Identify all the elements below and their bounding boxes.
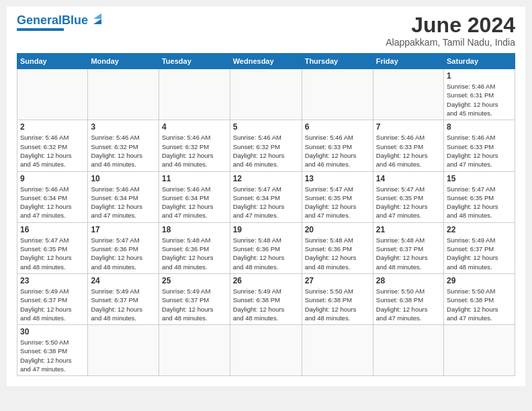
day-number: 15 — [447, 174, 512, 183]
cell-2-6: 15Sunrise: 5:47 AMSunset: 6:35 PMDayligh… — [444, 171, 515, 222]
header-row: Sunday Monday Tuesday Wednesday Thursday… — [17, 54, 515, 69]
day-info: Sunrise: 5:48 AMSunset: 6:37 PMDaylight:… — [376, 236, 441, 271]
day-number: 19 — [233, 225, 299, 234]
cell-1-3: 5Sunrise: 5:46 AMSunset: 6:32 PMDaylight… — [230, 120, 302, 171]
cell-3-5: 21Sunrise: 5:48 AMSunset: 6:37 PMDayligh… — [373, 222, 443, 273]
cell-2-0: 9Sunrise: 5:46 AMSunset: 6:34 PMDaylight… — [17, 171, 88, 222]
svg-marker-0 — [93, 19, 101, 24]
day-info: Sunrise: 5:46 AMSunset: 6:33 PMDaylight:… — [447, 133, 512, 169]
cell-5-2 — [159, 325, 230, 376]
day-info: Sunrise: 5:46 AMSunset: 6:33 PMDaylight:… — [305, 133, 370, 169]
cell-3-2: 18Sunrise: 5:48 AMSunset: 6:36 PMDayligh… — [159, 222, 230, 273]
col-saturday: Saturday — [444, 54, 515, 69]
cell-4-3: 26Sunrise: 5:49 AMSunset: 6:38 PMDayligh… — [230, 273, 302, 324]
logo-bar — [17, 28, 64, 31]
day-info: Sunrise: 5:50 AMSunset: 6:38 PMDaylight:… — [376, 287, 441, 322]
col-thursday: Thursday — [302, 54, 373, 69]
cell-1-1: 3Sunrise: 5:46 AMSunset: 6:32 PMDaylight… — [88, 120, 159, 171]
day-info: Sunrise: 5:47 AMSunset: 6:35 PMDaylight:… — [20, 236, 85, 271]
day-info: Sunrise: 5:49 AMSunset: 6:37 PMDaylight:… — [162, 287, 227, 322]
cell-0-5 — [373, 69, 443, 120]
cell-5-5 — [373, 325, 443, 376]
cell-3-3: 19Sunrise: 5:48 AMSunset: 6:36 PMDayligh… — [230, 222, 302, 273]
day-number: 14 — [376, 174, 441, 183]
cell-0-4 — [302, 69, 373, 120]
day-info: Sunrise: 5:47 AMSunset: 6:35 PMDaylight:… — [376, 185, 441, 220]
week-row-4: 16Sunrise: 5:47 AMSunset: 6:35 PMDayligh… — [17, 222, 515, 273]
day-info: Sunrise: 5:48 AMSunset: 6:36 PMDaylight:… — [233, 236, 299, 271]
logo: GeneralBlue — [17, 13, 104, 31]
header: GeneralBlue June 2024 Alappakkam, Tamil … — [17, 13, 515, 48]
cell-3-1: 17Sunrise: 5:47 AMSunset: 6:36 PMDayligh… — [88, 222, 159, 273]
day-number: 9 — [20, 174, 85, 183]
day-number: 3 — [91, 122, 156, 132]
day-info: Sunrise: 5:48 AMSunset: 6:36 PMDaylight:… — [305, 236, 370, 271]
cell-5-4 — [302, 325, 373, 376]
cell-0-2 — [159, 69, 230, 120]
cell-0-6: 1Sunrise: 5:46 AMSunset: 6:31 PMDaylight… — [444, 69, 515, 120]
cell-4-0: 23Sunrise: 5:49 AMSunset: 6:37 PMDayligh… — [17, 273, 88, 324]
cell-5-6 — [444, 325, 515, 376]
day-info: Sunrise: 5:46 AMSunset: 6:33 PMDaylight:… — [376, 133, 441, 169]
week-row-1: 1Sunrise: 5:46 AMSunset: 6:31 PMDaylight… — [17, 69, 515, 120]
cell-2-2: 11Sunrise: 5:46 AMSunset: 6:34 PMDayligh… — [159, 171, 230, 222]
calendar-table: Sunday Monday Tuesday Wednesday Thursday… — [17, 53, 515, 376]
day-info: Sunrise: 5:46 AMSunset: 6:32 PMDaylight:… — [162, 133, 227, 169]
col-friday: Friday — [373, 54, 443, 69]
page-title: June 2024 — [386, 13, 515, 37]
day-info: Sunrise: 5:50 AMSunset: 6:38 PMDaylight:… — [447, 287, 512, 322]
cell-3-4: 20Sunrise: 5:48 AMSunset: 6:36 PMDayligh… — [302, 222, 373, 273]
day-info: Sunrise: 5:47 AMSunset: 6:35 PMDaylight:… — [305, 185, 370, 220]
day-number: 17 — [91, 225, 156, 234]
day-info: Sunrise: 5:46 AMSunset: 6:32 PMDaylight:… — [233, 133, 299, 169]
cell-2-5: 14Sunrise: 5:47 AMSunset: 6:35 PMDayligh… — [373, 171, 443, 222]
day-number: 7 — [376, 122, 441, 132]
day-number: 20 — [305, 225, 370, 234]
day-info: Sunrise: 5:50 AMSunset: 6:38 PMDaylight:… — [305, 287, 370, 322]
day-info: Sunrise: 5:47 AMSunset: 6:36 PMDaylight:… — [91, 236, 156, 271]
day-number: 27 — [305, 276, 370, 285]
day-info: Sunrise: 5:46 AMSunset: 6:34 PMDaylight:… — [162, 185, 227, 220]
page-subtitle: Alappakkam, Tamil Nadu, India — [386, 37, 515, 48]
cell-0-0 — [17, 69, 88, 120]
day-number: 18 — [162, 225, 227, 234]
cell-1-6: 8Sunrise: 5:46 AMSunset: 6:33 PMDaylight… — [444, 120, 515, 171]
cell-2-1: 10Sunrise: 5:46 AMSunset: 6:34 PMDayligh… — [88, 171, 159, 222]
logo-text2: Blue — [62, 13, 88, 27]
day-number: 29 — [447, 276, 512, 285]
day-info: Sunrise: 5:46 AMSunset: 6:32 PMDaylight:… — [20, 133, 85, 169]
page: GeneralBlue June 2024 Alappakkam, Tamil … — [7, 7, 525, 386]
day-number: 22 — [447, 225, 512, 234]
day-info: Sunrise: 5:49 AMSunset: 6:37 PMDaylight:… — [91, 287, 156, 322]
day-info: Sunrise: 5:46 AMSunset: 6:34 PMDaylight:… — [20, 185, 85, 220]
day-info: Sunrise: 5:49 AMSunset: 6:38 PMDaylight:… — [233, 287, 299, 322]
cell-1-5: 7Sunrise: 5:46 AMSunset: 6:33 PMDaylight… — [373, 120, 443, 171]
day-number: 16 — [20, 225, 85, 234]
cell-1-0: 2Sunrise: 5:46 AMSunset: 6:32 PMDaylight… — [17, 120, 88, 171]
day-info: Sunrise: 5:50 AMSunset: 6:38 PMDaylight:… — [20, 338, 85, 373]
cell-4-4: 27Sunrise: 5:50 AMSunset: 6:38 PMDayligh… — [302, 273, 373, 324]
day-info: Sunrise: 5:47 AMSunset: 6:35 PMDaylight:… — [447, 185, 512, 220]
day-info: Sunrise: 5:46 AMSunset: 6:34 PMDaylight:… — [91, 185, 156, 220]
cell-1-2: 4Sunrise: 5:46 AMSunset: 6:32 PMDaylight… — [159, 120, 230, 171]
day-number: 28 — [376, 276, 441, 285]
logo-text1: General — [17, 13, 62, 27]
cell-4-1: 24Sunrise: 5:49 AMSunset: 6:37 PMDayligh… — [88, 273, 159, 324]
day-number: 2 — [20, 122, 85, 132]
cell-4-6: 29Sunrise: 5:50 AMSunset: 6:38 PMDayligh… — [444, 273, 515, 324]
cell-1-4: 6Sunrise: 5:46 AMSunset: 6:33 PMDaylight… — [302, 120, 373, 171]
cell-3-6: 22Sunrise: 5:49 AMSunset: 6:37 PMDayligh… — [444, 222, 515, 273]
day-number: 25 — [162, 276, 227, 285]
week-row-2: 2Sunrise: 5:46 AMSunset: 6:32 PMDaylight… — [17, 120, 515, 171]
day-info: Sunrise: 5:46 AMSunset: 6:31 PMDaylight:… — [447, 82, 512, 118]
day-number: 1 — [447, 71, 512, 81]
cell-3-0: 16Sunrise: 5:47 AMSunset: 6:35 PMDayligh… — [17, 222, 88, 273]
day-info: Sunrise: 5:48 AMSunset: 6:36 PMDaylight:… — [162, 236, 227, 271]
cell-5-0: 30Sunrise: 5:50 AMSunset: 6:38 PMDayligh… — [17, 325, 88, 376]
title-block: June 2024 Alappakkam, Tamil Nadu, India — [386, 13, 515, 48]
cell-5-3 — [230, 325, 302, 376]
day-number: 5 — [233, 122, 299, 132]
logo-text: GeneralBlue — [17, 14, 88, 26]
cell-0-1 — [88, 69, 159, 120]
cell-5-1 — [88, 325, 159, 376]
